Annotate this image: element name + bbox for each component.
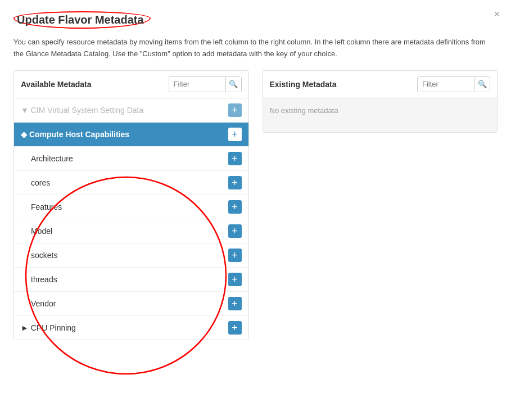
add-button[interactable]: +: [228, 321, 242, 335]
available-metadata-panel: Available Metadata 🔍 ▼ CIM Virtual Syste…: [13, 70, 249, 340]
item-label: Architecture: [31, 154, 73, 163]
no-metadata-message: No existing metadata: [263, 98, 498, 132]
add-button[interactable]: +: [228, 176, 242, 189]
existing-metadata-header: Existing Metadata 🔍: [263, 71, 498, 98]
existing-metadata-title: Existing Metadata: [270, 80, 337, 89]
list-item[interactable]: Model +: [14, 219, 248, 243]
category-item-compute-host[interactable]: ◆ Compute Host Capabilities +: [14, 123, 248, 147]
add-button[interactable]: +: [228, 152, 242, 165]
search-icon: 🔍: [478, 80, 487, 88]
list-item[interactable]: cores +: [14, 171, 248, 195]
panels-container: Available Metadata 🔍 ▼ CIM Virtual Syste…: [13, 70, 498, 340]
add-button[interactable]: +: [228, 249, 242, 262]
dialog-description: You can specify resource metadata by mov…: [13, 37, 498, 60]
search-icon: 🔍: [229, 80, 238, 88]
available-metadata-title: Available Metadata: [21, 80, 92, 89]
item-label: threads: [31, 275, 57, 284]
list-item[interactable]: threads +: [14, 268, 248, 292]
available-filter-search-button[interactable]: 🔍: [225, 77, 241, 92]
close-button[interactable]: ×: [494, 9, 500, 19]
item-label: cores: [31, 178, 50, 187]
list-item[interactable]: ▼ CIM Virtual System Setting Data +: [14, 98, 248, 123]
add-button[interactable]: +: [228, 297, 242, 310]
available-metadata-header: Available Metadata 🔍: [14, 71, 248, 98]
add-button[interactable]: +: [228, 103, 242, 117]
add-category-button[interactable]: +: [228, 128, 242, 141]
list-item[interactable]: sockets +: [14, 243, 248, 268]
item-label: Vendor: [31, 299, 56, 308]
item-label: Model: [31, 227, 52, 236]
item-label: Features: [31, 202, 62, 211]
category-item-cpu-pinning[interactable]: ► CPU Pinning +: [14, 316, 248, 340]
item-label: ▼ CIM Virtual System Setting Data: [21, 106, 143, 115]
available-metadata-list: ▼ CIM Virtual System Setting Data + ◆ Co…: [14, 98, 248, 340]
existing-filter-wrap[interactable]: 🔍: [417, 76, 490, 92]
category-label: ◆ Compute Host Capabilities: [21, 130, 129, 139]
add-button[interactable]: +: [228, 273, 242, 286]
available-filter-wrap[interactable]: 🔍: [169, 76, 242, 92]
item-label: sockets: [31, 251, 57, 260]
existing-filter-input[interactable]: [418, 77, 474, 92]
dialog-title: Update Flavor Metadata: [13, 11, 151, 29]
category-label: ► CPU Pinning: [21, 323, 76, 332]
update-flavor-metadata-dialog: × Update Flavor Metadata You can specify…: [0, 0, 511, 420]
add-button[interactable]: +: [228, 200, 242, 214]
existing-metadata-panel: Existing Metadata 🔍 No existing metadata: [263, 70, 498, 133]
existing-filter-search-button[interactable]: 🔍: [474, 77, 490, 92]
list-item[interactable]: Features +: [14, 195, 248, 219]
add-button[interactable]: +: [228, 224, 242, 238]
existing-metadata-list: No existing metadata: [263, 98, 498, 132]
list-item[interactable]: Vendor +: [14, 292, 248, 316]
available-filter-input[interactable]: [169, 77, 225, 92]
list-item[interactable]: Architecture +: [14, 147, 248, 171]
